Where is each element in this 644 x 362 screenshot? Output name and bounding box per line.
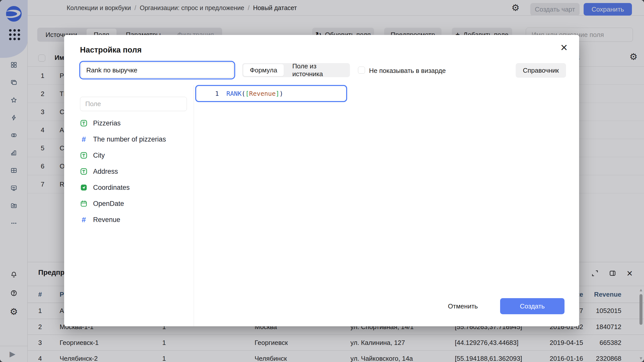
formula-line-number: 1 — [196, 90, 226, 97]
formula-token: [ — [245, 90, 249, 97]
datalens-dataset-editor: ⚙ ▶ Коллекции и воркбуки/Организации: сп… — [0, 0, 644, 362]
cancel-button[interactable]: Отменить — [441, 298, 484, 314]
modal-field-item[interactable]: #The number of pizzerias — [80, 131, 188, 147]
modal-field-name: Pizzerias — [93, 119, 121, 127]
dictionary-button[interactable]: Справочник — [516, 63, 566, 78]
geopoint-field-icon — [80, 184, 88, 191]
modal-field-list: Pizzerias#The number of pizzeriasCityAdd… — [80, 115, 188, 228]
modal-field-name: Coordinates — [93, 184, 130, 192]
field-name-focus-ring — [79, 61, 235, 79]
formula-source-switch: ФормулаПоле из источника — [242, 63, 350, 77]
string-field-icon — [80, 168, 88, 175]
integer-field-icon: # — [80, 216, 88, 223]
field-name-input[interactable] — [81, 63, 233, 78]
field-settings-modal: Настройка поля × ФормулаПоле из источник… — [64, 35, 579, 326]
formula-token: ( — [242, 90, 245, 97]
modal-field-search-input[interactable] — [80, 97, 187, 111]
modal-field-name: Revenue — [93, 216, 120, 224]
modal-field-name: OpenDate — [93, 200, 124, 208]
modal-panel-divider — [194, 85, 194, 326]
formula-token: Revenue — [249, 90, 275, 97]
modal-field-name: Address — [93, 168, 118, 175]
modal-field-item[interactable]: Address — [80, 163, 188, 179]
integer-field-icon: # — [80, 135, 88, 143]
modal-field-name: City — [93, 152, 105, 159]
string-field-icon — [80, 119, 88, 127]
modal-field-item[interactable]: Pizzerias — [80, 115, 188, 131]
modal-field-item[interactable]: OpenDate — [80, 196, 188, 212]
hide-in-wizard-checkbox[interactable] — [358, 67, 365, 74]
modal-field-item[interactable]: #Revenue — [80, 212, 188, 228]
modal-field-name: The number of pizzerias — [93, 135, 166, 143]
formula-token: ] — [276, 90, 279, 97]
segment-Формула[interactable]: Формула — [243, 64, 284, 76]
string-field-icon — [80, 152, 88, 159]
modal-title: Настройка поля — [80, 46, 142, 55]
modal-field-item[interactable]: Coordinates — [80, 179, 188, 196]
modal-field-item[interactable]: City — [80, 147, 188, 163]
segment-Поле из источника[interactable]: Поле из источника — [285, 63, 350, 77]
create-button[interactable]: Создать — [500, 298, 565, 314]
date-field-icon — [80, 200, 88, 207]
formula-token: ) — [279, 90, 283, 97]
formula-editor[interactable]: 1 RANK([Revenue]) — [195, 85, 347, 102]
hide-in-wizard-label: Не показывать в визарде — [369, 67, 446, 75]
formula-code: RANK([Revenue]) — [226, 90, 283, 97]
close-modal-icon[interactable]: × — [560, 41, 568, 54]
formula-token: RANK — [226, 90, 242, 97]
